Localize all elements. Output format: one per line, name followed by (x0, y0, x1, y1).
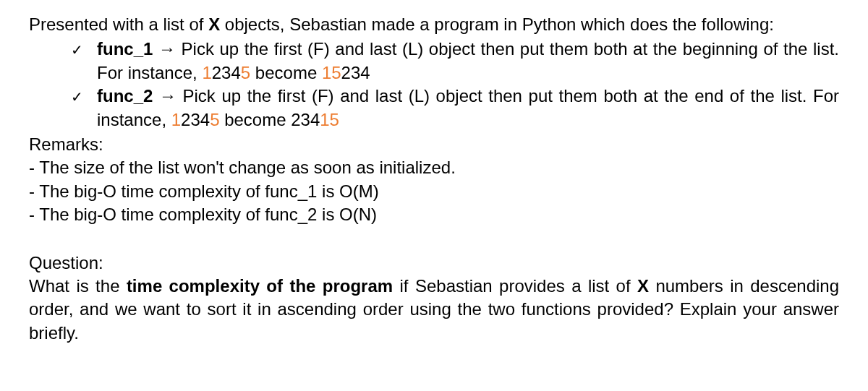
func2-ex-b2: 15 (320, 110, 339, 129)
intro-post: objects, Sebastian made a program in Pyt… (220, 14, 774, 34)
intro-paragraph: Presented with a list of X objects, Seba… (29, 13, 839, 36)
question-label: Question: (29, 252, 839, 275)
func1-item: ✓ func_1 → Pick up the first (F) and las… (29, 38, 839, 85)
func2-name: func_2 (97, 86, 153, 106)
remark-item: - The size of the list won't change as s… (29, 156, 839, 179)
func1-ex-b2: 234 (341, 63, 370, 82)
func1-ex-b1: 15 (322, 63, 341, 82)
function-list: ✓ func_1 → Pick up the first (F) and las… (29, 38, 839, 132)
remark-item: - The big-O time complexity of func_2 is… (29, 203, 839, 226)
check-icon: ✓ (29, 38, 97, 60)
intro-pre: Presented with a list of (29, 14, 208, 34)
func1-ex-a3: 5 (241, 63, 250, 82)
remarks-label: Remarks: (29, 133, 839, 156)
func2-ex-b1: 234 (291, 110, 320, 129)
func2-text: func_2 → Pick up the first (F) and last … (97, 85, 839, 132)
func1-name: func_1 (97, 39, 153, 59)
question-x: X (637, 276, 649, 296)
arrow-icon: → (153, 86, 182, 106)
func1-ex-a1: 1 (202, 63, 211, 82)
remark-item: - The big-O time complexity of func_1 is… (29, 180, 839, 203)
question-mid: if Sebastian provides a list of (393, 276, 637, 296)
func2-ex-a2: 234 (181, 110, 210, 129)
intro-x: X (208, 14, 220, 34)
question-bold: time complexity of the program (127, 276, 393, 296)
func1-ex-a2: 234 (212, 63, 241, 82)
func1-text: func_1 → Pick up the first (F) and last … (97, 38, 839, 85)
remarks-list: - The size of the list won't change as s… (29, 156, 839, 226)
func2-ex-a3: 5 (210, 110, 219, 129)
check-icon: ✓ (29, 85, 97, 107)
func2-item: ✓ func_2 → Pick up the first (F) and las… (29, 85, 839, 132)
question-pre: What is the (29, 276, 127, 296)
arrow-icon: → (153, 39, 181, 59)
func2-become: become (220, 110, 292, 129)
question-body: What is the time complexity of the progr… (29, 275, 839, 345)
func2-ex-a1: 1 (171, 110, 181, 129)
func1-become: become (250, 63, 322, 82)
